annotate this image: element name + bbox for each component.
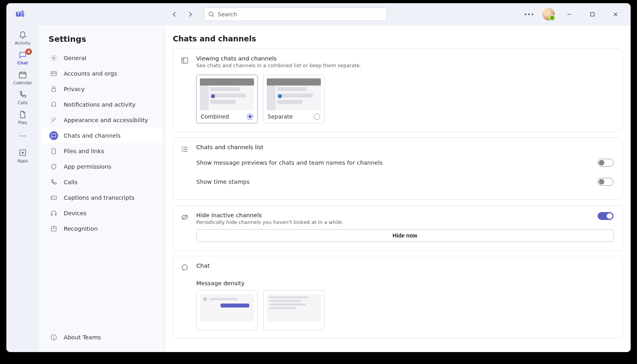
density-option-comfy[interactable] xyxy=(196,290,258,330)
rail-chat[interactable]: 4 Chat xyxy=(10,48,36,67)
badge-icon xyxy=(49,224,58,233)
chat-badge: 4 xyxy=(25,49,32,55)
rail-apps[interactable]: Apps xyxy=(10,146,36,165)
svg-rect-3 xyxy=(21,13,24,17)
nav-label: Accounts and orgs xyxy=(64,70,117,77)
nav-privacy[interactable]: Privacy xyxy=(41,81,162,97)
rail-label: Chat xyxy=(17,60,28,65)
toggle-hide-inactive[interactable] xyxy=(598,212,614,220)
page-title: Chats and channels xyxy=(173,33,623,49)
hide-title: Hide inactive channels xyxy=(196,212,344,218)
svg-point-8 xyxy=(53,57,55,59)
list-icon xyxy=(180,144,190,153)
list-title: Chats and channels list xyxy=(196,144,614,150)
toggle-previews[interactable] xyxy=(598,159,614,167)
window-close-button[interactable] xyxy=(607,8,624,21)
rail-label: Calls xyxy=(18,100,27,105)
info-icon xyxy=(49,333,58,342)
rail-calendar[interactable]: Calendar xyxy=(10,68,36,87)
nav-chats-and-channels[interactable]: Chats and channels xyxy=(41,128,162,143)
hide-inactive-card: Hide inactive channels Periodically hide… xyxy=(173,205,623,250)
svg-text:T: T xyxy=(17,12,20,16)
nav-label: Chats and channels xyxy=(64,132,121,139)
rail-activity[interactable]: Activity xyxy=(10,28,36,47)
titlebar-more-button[interactable]: ··· xyxy=(522,8,537,21)
density-option-compact[interactable] xyxy=(263,290,324,330)
shield-icon xyxy=(49,162,58,171)
radio-combined xyxy=(247,113,253,120)
viewing-card: Viewing chats and channels See chats and… xyxy=(173,49,623,132)
combined-preview xyxy=(200,78,254,110)
svg-point-19 xyxy=(182,151,182,152)
svg-rect-9 xyxy=(51,71,57,76)
setting-previews-label: Show message previews for chats and team… xyxy=(196,160,383,166)
viewing-title: Viewing chats and channels xyxy=(196,55,614,62)
lock-icon xyxy=(49,85,58,93)
nav-files-and-links[interactable]: Files and links xyxy=(41,143,162,159)
svg-point-20 xyxy=(182,265,187,270)
svg-point-18 xyxy=(182,149,182,150)
rail-label: Apps xyxy=(18,158,28,163)
file-icon xyxy=(18,110,27,119)
window-minimize-button[interactable] xyxy=(561,8,578,21)
nav-label: Notifications and activity xyxy=(64,101,136,108)
phone-icon xyxy=(18,90,27,99)
nav-recognition[interactable]: Recognition xyxy=(41,221,162,236)
chat-icon xyxy=(180,263,190,330)
svg-point-2 xyxy=(21,10,23,13)
chat-card: Chat Message density xyxy=(173,256,623,339)
nav-accounts[interactable]: Accounts and orgs xyxy=(41,66,162,81)
rail-files[interactable]: Files xyxy=(10,107,36,127)
hide-now-button[interactable]: Hide now xyxy=(196,229,614,242)
hide-desc: Periodically hide channels you haven't l… xyxy=(196,219,344,225)
nav-label: Recognition xyxy=(64,226,98,232)
contact-card-icon xyxy=(49,69,58,78)
nav-general[interactable]: General xyxy=(41,50,162,66)
bell-icon xyxy=(18,30,27,40)
user-avatar[interactable] xyxy=(542,8,555,21)
nav-about-teams[interactable]: About Teams xyxy=(41,329,162,345)
captions-icon xyxy=(49,193,58,202)
nav-appearance[interactable]: Appearance and accessibility xyxy=(41,112,162,128)
svg-point-4 xyxy=(209,12,213,16)
list-card: Chats and channels list Show message pre… xyxy=(173,137,623,200)
app-window: T Search ··· Activity xyxy=(6,3,631,352)
view-option-separate[interactable]: Separate xyxy=(263,75,324,123)
view-option-combined[interactable]: Combined xyxy=(196,75,258,123)
svg-rect-5 xyxy=(591,13,594,16)
svg-rect-6 xyxy=(20,72,26,78)
svg-point-17 xyxy=(182,147,182,148)
window-maximize-button[interactable] xyxy=(584,8,601,21)
nav-label: Calls xyxy=(64,179,78,185)
nav-label: Files and links xyxy=(64,148,104,154)
chat-bubble-icon xyxy=(49,131,58,140)
wand-icon xyxy=(49,116,58,125)
apps-icon xyxy=(18,148,27,158)
settings-title: Settings xyxy=(39,32,164,50)
phone-icon xyxy=(49,178,58,187)
title-bar: T Search ··· xyxy=(6,3,631,25)
nav-label: Devices xyxy=(64,210,86,216)
search-icon xyxy=(208,11,215,18)
chat-section-title: Chat xyxy=(196,263,614,269)
nav-back-button[interactable] xyxy=(168,8,181,21)
nav-label: About Teams xyxy=(64,334,101,341)
svg-point-10 xyxy=(52,72,53,74)
nav-calls[interactable]: Calls xyxy=(41,174,162,190)
search-input[interactable]: Search xyxy=(204,8,387,21)
setting-timestamps-label: Show time stamps xyxy=(196,179,250,185)
rail-more-button[interactable]: ··· xyxy=(15,127,30,145)
calendar-icon xyxy=(18,70,27,80)
radio-separate xyxy=(314,113,320,120)
nav-forward-button[interactable] xyxy=(184,8,197,21)
teams-logo-icon: T xyxy=(10,3,30,25)
rail-calls[interactable]: Calls xyxy=(10,88,36,107)
toggle-timestamps[interactable] xyxy=(598,178,614,186)
app-rail: Activity 4 Chat Calendar Calls Files ··· xyxy=(6,25,39,352)
nav-app-permissions[interactable]: App permissions xyxy=(41,159,162,174)
nav-label: Privacy xyxy=(64,86,85,92)
nav-devices[interactable]: Devices xyxy=(41,205,162,221)
nav-label: General xyxy=(64,55,86,61)
nav-notifications[interactable]: Notifications and activity xyxy=(41,97,162,112)
nav-captions[interactable]: Captions and transcripts xyxy=(41,190,162,205)
